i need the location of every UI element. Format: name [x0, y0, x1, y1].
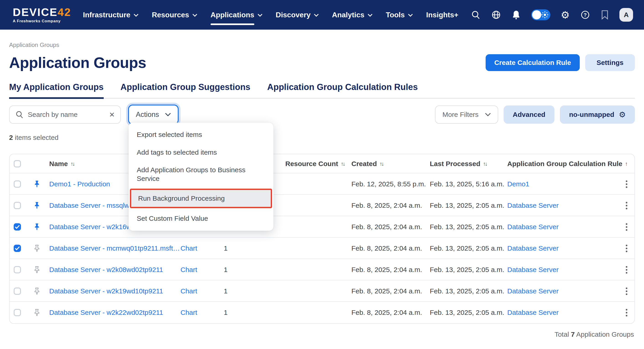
advanced-button[interactable]: Advanced — [504, 106, 554, 124]
row-checkbox[interactable] — [14, 245, 21, 252]
search-input[interactable] — [28, 111, 105, 118]
row-checkbox[interactable] — [14, 180, 21, 188]
column-header-created[interactable]: Created↑↓ — [352, 154, 383, 173]
actions-menu-item[interactable]: Add tags to selected items — [128, 144, 274, 161]
table-row: Database Server - w2k22wd02tp9211 Chart … — [10, 302, 634, 323]
more-filters-dropdown[interactable]: More Filters — [435, 106, 498, 124]
row-checkbox[interactable] — [14, 288, 21, 295]
column-header-resource-count[interactable]: Resource Count↑↓ — [285, 154, 344, 173]
calculation-rule-cell: Database Server — [507, 302, 558, 323]
actions-menu-item[interactable]: Export selected items — [128, 126, 274, 144]
application-group-name-link[interactable]: Database Server - w2k08wd02tp9211 — [49, 266, 163, 274]
nav-right-icons: ⚙ ? A — [471, 8, 633, 22]
row-checkbox[interactable] — [14, 202, 21, 209]
tab-application-group-suggestions[interactable]: Application Group Suggestions — [120, 82, 250, 98]
name-cell: Database Server - w2k08wd02tp9211 — [49, 259, 163, 280]
selection-label: items selected — [15, 134, 58, 141]
clear-search-icon[interactable]: ✕ — [109, 111, 115, 119]
created-value: Feb. 8, 2025, 2:04 a.m. — [352, 223, 422, 231]
device42-logo[interactable]: DEVICE42 A Freshworks Company — [13, 7, 71, 23]
pin-icon[interactable] — [33, 223, 40, 231]
row-kebab-menu-icon[interactable] — [624, 222, 629, 232]
pin-icon[interactable] — [33, 202, 40, 209]
theme-toggle[interactable] — [531, 9, 550, 20]
search-icon[interactable] — [471, 10, 480, 20]
row-kebab-menu-icon[interactable] — [624, 243, 629, 254]
settings-gear-icon[interactable]: ⚙ — [561, 9, 570, 21]
selection-status: 2 items selected — [9, 134, 635, 142]
resource-count-value: 1 — [224, 244, 228, 252]
chart-link[interactable]: Chart — [180, 287, 197, 295]
select-all-checkbox[interactable] — [14, 160, 21, 168]
tab-my-application-groups[interactable]: My Application Groups — [9, 82, 104, 98]
globe-icon[interactable] — [491, 10, 501, 20]
nav-item-label: Discovery — [276, 11, 310, 19]
row-kebab-menu-icon[interactable] — [624, 200, 629, 211]
application-group-name-link[interactable]: Database Server - w2k22wd02tp9211 — [49, 309, 163, 316]
saved-filter-label: no-unmapped — [569, 111, 614, 118]
application-group-name-link[interactable]: Database Server - w2k19wd10tp9211 — [49, 287, 163, 295]
calculation-rule-link[interactable]: Database Server — [507, 244, 558, 252]
row-kebab-menu-icon[interactable] — [624, 178, 629, 190]
calculation-rule-link[interactable]: Database Server — [507, 266, 558, 274]
chart-link[interactable]: Chart — [180, 309, 197, 316]
column-header-name[interactable]: Name↑↓ — [49, 154, 74, 173]
notifications-bell-icon[interactable] — [512, 10, 521, 20]
actions-menu-item[interactable]: Set Custom Field Value — [128, 210, 274, 227]
row-checkbox-cell — [14, 238, 21, 259]
table-body: Demo1 - Production Feb. 12, 2025, 8:55 p… — [10, 173, 634, 323]
chart-link[interactable]: Chart — [180, 266, 197, 274]
logo-tagline: A Freshworks Company — [13, 19, 71, 23]
created-value: Feb. 8, 2025, 2:04 a.m. — [352, 244, 422, 252]
saved-filter-button[interactable]: no-unmapped ⚙ — [560, 106, 635, 124]
row-kebab-menu-icon[interactable] — [624, 264, 629, 276]
unpin-icon[interactable] — [33, 244, 40, 252]
column-header-calculation-rule[interactable]: Application Group Calculation Rule↑ — [507, 154, 628, 173]
nav-item-tools[interactable]: Tools — [386, 11, 413, 19]
search-box: ✕ — [9, 106, 121, 124]
row-menu-cell — [624, 238, 629, 259]
calculation-rule-link[interactable]: Database Server — [507, 287, 558, 295]
name-cell: Database Server - w2k19wd10tp9211 — [49, 280, 163, 302]
nav-item-resources[interactable]: Resources — [152, 11, 197, 19]
actions-dropdown-button[interactable]: Actions — [128, 104, 179, 124]
row-kebab-menu-icon[interactable] — [624, 307, 629, 318]
unpin-icon[interactable] — [33, 287, 40, 295]
calculation-rule-link[interactable]: Demo1 — [507, 180, 529, 188]
application-group-name-link[interactable]: Demo1 - Production — [49, 180, 110, 188]
pin-icon[interactable] — [33, 180, 40, 188]
row-checkbox-cell — [14, 302, 21, 323]
table-row: Database Server - w2k16wq01tp9204 Chart … — [10, 216, 634, 238]
avatar[interactable]: A — [620, 8, 633, 22]
row-menu-cell — [624, 280, 629, 302]
pin-cell — [33, 173, 40, 195]
nav-item-infrastructure[interactable]: Infrastructure — [83, 11, 138, 19]
bookmark-icon[interactable] — [601, 10, 609, 20]
row-kebab-menu-icon[interactable] — [624, 286, 629, 297]
actions-menu-item[interactable]: Run Background Processing — [130, 188, 272, 208]
name-cell: Demo1 - Production — [49, 173, 110, 195]
page-header-actions: Create Calculation Rule Settings — [486, 54, 635, 71]
settings-button[interactable]: Settings — [585, 54, 635, 71]
tab-application-group-calculation-rules[interactable]: Application Group Calculation Rules — [267, 82, 418, 98]
actions-menu-item[interactable]: Add Application Groups to Business Servi… — [128, 161, 274, 187]
nav-item-insights-[interactable]: Insights+ — [426, 11, 458, 19]
calculation-rule-link[interactable]: Database Server — [507, 223, 558, 231]
application-group-name-link[interactable]: Database Server - mssqlwd0 — [49, 202, 137, 209]
unpin-icon[interactable] — [33, 309, 40, 316]
row-checkbox[interactable] — [14, 266, 21, 273]
help-icon[interactable]: ? — [580, 10, 590, 20]
last-processed-cell: Feb. 13, 2025, 5:16 a.m. — [430, 173, 504, 195]
chart-link[interactable]: Chart — [180, 244, 197, 252]
application-group-name-link[interactable]: Database Server - mcmwq01tp9211.msft… — [49, 244, 180, 252]
row-checkbox[interactable] — [14, 309, 21, 316]
column-header-last-processed[interactable]: Last Processed↑↓ — [430, 154, 487, 173]
unpin-icon[interactable] — [33, 266, 40, 274]
nav-item-discovery[interactable]: Discovery — [276, 11, 319, 19]
calculation-rule-link[interactable]: Database Server — [507, 202, 558, 209]
create-calculation-rule-button[interactable]: Create Calculation Rule — [486, 54, 580, 71]
nav-item-applications[interactable]: Applications — [210, 11, 262, 19]
calculation-rule-link[interactable]: Database Server — [507, 309, 558, 316]
row-checkbox[interactable] — [14, 223, 21, 230]
nav-item-analytics[interactable]: Analytics — [332, 11, 372, 19]
